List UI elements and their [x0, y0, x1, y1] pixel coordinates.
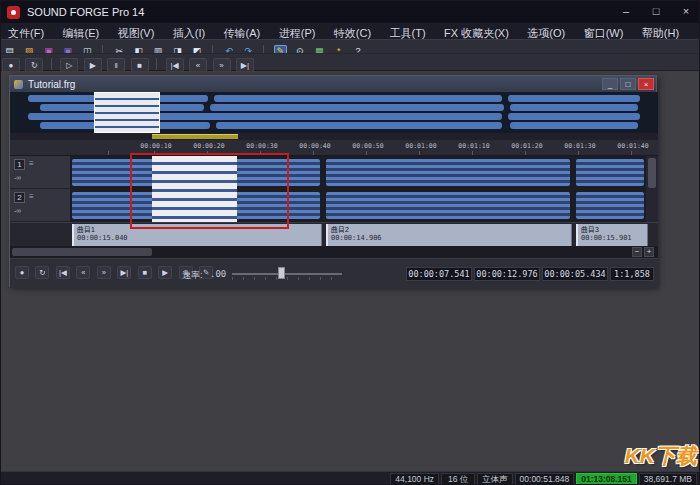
ruler-tick-label: 00:00:30 [242, 142, 282, 150]
forward-button[interactable]: » [97, 266, 111, 279]
overview-waveform-segment [214, 95, 502, 102]
region-time: 00:00:14.906 [331, 234, 571, 243]
window-title: SOUND FORGE Pro 14 [27, 6, 144, 18]
window-controls: – □ × [611, 1, 700, 23]
region-time: 00:00:15.040 [77, 234, 321, 243]
track-volume-label[interactable]: -∞ [14, 207, 21, 214]
document-icon [14, 80, 23, 89]
track-menu-icon[interactable]: ≡ [29, 192, 34, 201]
waveform-segment[interactable] [326, 159, 570, 186]
region-name: 曲目2 [331, 225, 571, 234]
toolbar-separator [156, 58, 157, 70]
rate-label: 速率: [182, 269, 203, 282]
horizontal-scrollbar[interactable]: − + [10, 246, 658, 258]
document-title: Tutorial.frg [28, 79, 75, 90]
rate-slider-thumb[interactable] [278, 267, 285, 279]
doc-minimize-button[interactable]: _ [602, 78, 618, 90]
workspace: Tutorial.frg _ □ × [1, 71, 700, 471]
minimize-button[interactable]: – [611, 1, 641, 23]
selection-strip [10, 133, 658, 140]
doc-close-button[interactable]: × [638, 78, 654, 90]
play-button[interactable]: ▶ [158, 266, 172, 279]
region-name: 曲目3 [581, 225, 647, 234]
ruler-tick-label: 00:01:40 [613, 142, 653, 150]
ruler-tick-label: 00:00:10 [136, 142, 176, 150]
overview-waveform-segment [508, 113, 640, 120]
titlebar: SOUND FORGE Pro 14 – □ × [1, 1, 700, 23]
overview-view-region[interactable] [94, 92, 160, 133]
ruler-tick-label: 00:00:40 [295, 142, 335, 150]
track-header-1[interactable]: 1 ≡ -∞ [10, 156, 70, 189]
zoom-in-button[interactable]: + [644, 247, 654, 257]
track-number[interactable]: 2 [14, 192, 25, 203]
overview-waveform-segment [216, 122, 502, 129]
app-window: SOUND FORGE Pro 14 – □ × 文件(F) 编辑(E) 视图(… [0, 0, 700, 485]
rate-value: .00 [210, 269, 226, 279]
overview-waveform-segment [210, 104, 504, 111]
go-to-start-button[interactable]: |◀ [56, 266, 70, 279]
rate-slider-ticks [232, 277, 342, 280]
track-menu-icon[interactable]: ≡ [29, 159, 34, 168]
selection-highlight-rectangle [130, 153, 289, 229]
length-time-display: 00:00:51.848 [515, 473, 575, 485]
vertical-scrollbar-thumb[interactable] [648, 158, 656, 188]
go-to-end-button[interactable]: ▶| [117, 266, 131, 279]
document-titlebar[interactable]: Tutorial.frg _ □ × [10, 76, 656, 92]
ruler-tick-label: 00:01:00 [401, 142, 441, 150]
channel-mode-display: 立体声 [477, 473, 513, 485]
waveform-segment[interactable] [326, 192, 570, 219]
overview-bar[interactable] [10, 92, 658, 133]
selection-end-time: 00:00:12.976 [474, 267, 540, 281]
region-marker[interactable]: 曲目3 00:00:15.901 [576, 224, 648, 246]
selection-start-time: 00:00:07.541 [406, 267, 472, 281]
ruler-tick-label: 00:01:30 [560, 142, 600, 150]
region-time: 00:00:15.901 [581, 234, 647, 243]
ruler-tick-label: 00:01:10 [454, 142, 494, 150]
statusbar: 44,100 Hz 16 位 立体声 00:00:51.848 01:13:08… [1, 471, 700, 485]
waveform-segment[interactable] [576, 192, 644, 219]
document-transport-bar: ● ↻ |◀ « » ▶| ■ ▶ ‖ ✎ 速率: .00 00:00:07.5… [10, 258, 658, 288]
vertical-scrollbar[interactable] [646, 156, 658, 222]
stop-button[interactable]: ■ [138, 266, 152, 279]
toolbar-separator [51, 58, 52, 70]
doc-restore-button[interactable]: □ [620, 78, 636, 90]
menubar: 文件(F) 编辑(E) 视图(V) 插入(I) 传输(A) 进程(P) 特效(C… [1, 23, 700, 39]
time-ruler[interactable]: 00:00:10 00:00:20 00:00:30 00:00:40 00:0… [10, 140, 658, 156]
zoom-out-button[interactable]: − [632, 247, 642, 257]
document-window: Tutorial.frg _ □ × [9, 75, 657, 287]
region-marker[interactable]: 曲目2 00:00:14.906 [326, 224, 572, 246]
selection-length-time: 00:00:05.434 [542, 267, 608, 281]
ruler-tick-label: 00:00:50 [348, 142, 388, 150]
free-space-display: 38,691.7 MB [639, 473, 697, 485]
ruler-tick-label: 00:01:20 [507, 142, 547, 150]
track-header-2[interactable]: 2 ≡ -∞ [10, 189, 70, 222]
zoom-ratio-display[interactable]: 1:1,858 [610, 267, 654, 281]
track-number[interactable]: 1 [14, 159, 25, 170]
record-button[interactable]: ● [15, 266, 29, 279]
horizontal-scrollbar-thumb[interactable] [12, 248, 152, 256]
bit-depth-display: 16 位 [441, 473, 475, 485]
track-gutter: 1 ≡ -∞ 2 ≡ -∞ [10, 156, 70, 222]
main-toolbar: ▤ ▨ ▣ ▣ ◫ ✂ ◧ ▥ ◨ ◩ ↶ ↷ ✎ ⊙ ▦ * ? [1, 39, 700, 53]
loop-region-bar[interactable] [152, 134, 238, 139]
maximize-button[interactable]: □ [641, 1, 671, 23]
document-window-controls: _ □ × [600, 78, 654, 90]
loop-playback-button[interactable]: ↻ [35, 266, 49, 279]
ruler-tick-label: 00:00:20 [189, 142, 229, 150]
overview-waveform-segment [510, 104, 638, 111]
track-area: 1 ≡ -∞ 2 ≡ -∞ [10, 156, 658, 222]
total-time-display: 01:13:08.151 [576, 473, 637, 485]
transport-toolbar: ● ↻ ▷ ▶ ‖ ■ |◀ « » ▶| [1, 53, 700, 71]
waveform-segment[interactable] [576, 159, 644, 186]
watermark-logo: KK下载 [625, 442, 697, 470]
app-icon [7, 6, 20, 19]
close-button[interactable]: × [671, 1, 700, 23]
track-volume-label[interactable]: -∞ [14, 174, 21, 181]
rate-slider-track[interactable] [232, 273, 342, 275]
sample-rate-display: 44,100 Hz [390, 473, 439, 485]
overview-waveform-segment [508, 95, 640, 102]
rewind-button[interactable]: « [76, 266, 90, 279]
overview-waveform-segment [510, 122, 638, 129]
region-strip: 曲目1 00:00:15.040 曲目2 00:00:14.906 曲目3 00… [10, 222, 658, 246]
